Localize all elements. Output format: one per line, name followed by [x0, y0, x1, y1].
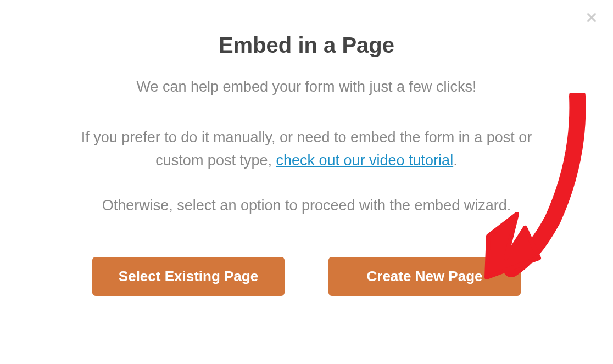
video-tutorial-link[interactable]: check out our video tutorial	[276, 152, 453, 169]
embed-modal: Embed in a Page We can help embed your f…	[0, 0, 613, 364]
select-existing-page-button[interactable]: Select Existing Page	[92, 257, 285, 296]
create-new-page-button[interactable]: Create New Page	[328, 257, 521, 296]
modal-paragraph-manual: If you prefer to do it manually, or need…	[54, 126, 559, 172]
modal-paragraph-wizard: Otherwise, select an option to proceed w…	[65, 194, 548, 217]
paragraph-text-end: .	[453, 152, 458, 169]
modal-title: Embed in a Page	[0, 33, 613, 58]
close-icon	[586, 12, 598, 25]
modal-subtitle: We can help embed your form with just a …	[0, 79, 613, 96]
button-row: Select Existing Page Create New Page	[0, 257, 613, 296]
close-button[interactable]	[583, 10, 600, 26]
